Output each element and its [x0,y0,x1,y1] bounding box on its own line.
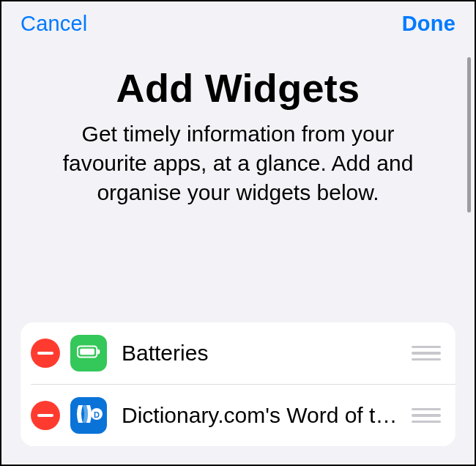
svg-rect-1 [80,349,94,355]
dictionary-icon: D [72,398,105,433]
widget-label: Dictionary.com's Word of the Day [122,403,412,428]
drag-handle[interactable] [412,342,441,365]
widget-label: Batteries [122,341,412,366]
app-icon [70,335,107,371]
scroll-indicator[interactable] [467,57,471,212]
app-icon: D [70,397,107,434]
remove-button[interactable] [31,401,60,430]
page-title: Add Widgets [31,65,445,111]
drag-handle[interactable] [412,404,441,427]
header: Add Widgets Get timely information from … [1,65,475,207]
cancel-button[interactable]: Cancel [21,12,87,36]
remove-button[interactable] [31,339,60,368]
nav-bar: Cancel Done [1,1,475,40]
widget-row: D Dictionary.com's Word of the Day [21,385,455,446]
done-button[interactable]: Done [402,12,455,36]
svg-text:D: D [94,410,100,419]
reorder-icon [412,408,441,424]
widget-row: Batteries [21,322,455,384]
page-subtitle: Get timely information from your favouri… [31,119,445,207]
battery-icon [77,345,100,361]
svg-rect-2 [97,350,100,355]
reorder-icon [412,346,441,361]
add-widgets-sheet: Cancel Done Add Widgets Get timely infor… [0,0,476,466]
widgets-list: Batteries D [21,322,455,446]
